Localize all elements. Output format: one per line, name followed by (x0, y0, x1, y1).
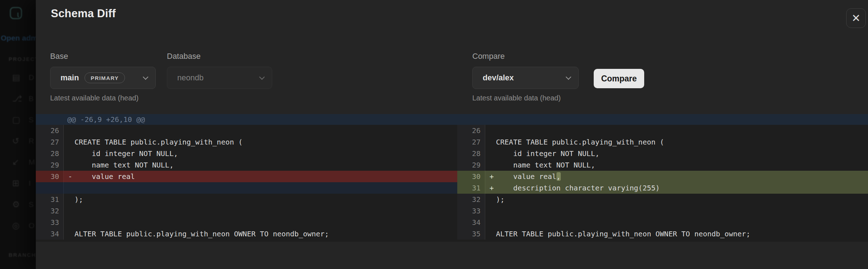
code-line (496, 125, 868, 136)
compare-head-hint: Latest available data (head) (472, 94, 561, 102)
diff-row: 26 (457, 125, 868, 136)
diff-marker (485, 148, 496, 159)
diff-row (36, 182, 457, 194)
database-label: Database (167, 52, 201, 61)
diff-marker (485, 217, 496, 228)
code-line: value real, (496, 171, 868, 182)
code-line: ); (496, 194, 868, 205)
schema-diff-viewer: @@ -26,9 +26,10 @@ 2627CREATE TABLE publ… (36, 114, 868, 242)
diff-row: 30- value real (36, 171, 457, 182)
diff-marker (64, 205, 74, 217)
close-icon: ✕ (852, 12, 860, 24)
line-number: 30 (36, 171, 64, 182)
modal-overlay (0, 0, 36, 269)
line-number: 28 (36, 148, 64, 159)
diff-row: 33 (36, 217, 457, 228)
diff-row: 31); (36, 194, 457, 205)
word-diff-highlight: , (556, 172, 561, 181)
chevron-down-icon (566, 74, 572, 80)
code-line (496, 205, 868, 217)
code-line: ALTER TABLE public.playing_with_neon OWN… (496, 228, 868, 240)
line-number: 33 (457, 205, 485, 217)
code-line: id integer NOT NULL, (496, 148, 868, 159)
diff-marker: + (485, 171, 496, 182)
compare-button[interactable]: Compare (594, 69, 644, 88)
code-line (74, 217, 457, 228)
line-number: 35 (457, 228, 485, 240)
code-line (74, 125, 457, 136)
code-line: id integer NOT NULL, (74, 148, 457, 159)
diff-row: 27CREATE TABLE public.playing_with_neon … (457, 136, 868, 148)
diff-marker (485, 194, 496, 205)
code-line: CREATE TABLE public.playing_with_neon ( (496, 136, 868, 148)
diff-row: 29 name text NOT NULL, (36, 159, 457, 171)
base-branch-select[interactable]: main PRIMARY (50, 67, 156, 89)
app-sidebar: Open adm PROJECT ▤D⎇B▢S↺R↙M⊞I⚙S◎O BRANCH (0, 0, 36, 269)
diff-row: 34 (457, 217, 868, 228)
diff-marker: + (485, 182, 496, 194)
diff-marker (64, 217, 74, 228)
line-number: 29 (457, 159, 485, 171)
database-value: neondb (177, 73, 203, 82)
line-number (36, 182, 64, 194)
line-number: 31 (457, 182, 485, 194)
line-number: 28 (457, 148, 485, 159)
line-number: 30 (457, 171, 485, 182)
schema-diff-modal: Schema Diff ✕ Base Database Compare main… (36, 0, 868, 269)
chevron-down-icon (143, 74, 149, 80)
base-label: Base (50, 52, 68, 61)
database-select[interactable]: neondb (167, 67, 272, 89)
compare-branch-value: dev/alex (483, 73, 514, 82)
diff-marker (64, 228, 74, 240)
code-line: CREATE TABLE public.playing_with_neon ( (74, 136, 457, 148)
diff-marker (485, 159, 496, 171)
diff-row: 32 (36, 205, 457, 217)
line-number: 34 (36, 228, 64, 240)
diff-marker (64, 125, 74, 136)
hunk-header: @@ -26,9 +26,10 @@ (36, 114, 868, 125)
diff-row: 32); (457, 194, 868, 205)
compare-label: Compare (472, 52, 505, 61)
code-line: description character varying(255) (496, 182, 868, 194)
chevron-down-icon (259, 74, 265, 80)
base-branch-value: main (61, 73, 79, 82)
diff-row: 27CREATE TABLE public.playing_with_neon … (36, 136, 457, 148)
diff-marker (485, 228, 496, 240)
diff-marker (485, 125, 496, 136)
diff-marker (64, 136, 74, 148)
diff-right-pane[interactable]: 2627CREATE TABLE public.playing_with_neo… (457, 125, 868, 242)
line-number: 26 (457, 125, 485, 136)
modal-title: Schema Diff (51, 7, 116, 20)
diff-row: 28 id integer NOT NULL, (457, 148, 868, 159)
code-line: ); (74, 194, 457, 205)
line-number: 32 (457, 194, 485, 205)
diff-marker (64, 182, 74, 194)
line-number: 27 (36, 136, 64, 148)
diff-marker (64, 194, 74, 205)
compare-branch-select[interactable]: dev/alex (472, 67, 579, 89)
primary-badge: PRIMARY (85, 72, 125, 83)
diff-row: 33 (457, 205, 868, 217)
base-head-hint: Latest available data (head) (50, 94, 139, 102)
diff-marker (64, 159, 74, 171)
diff-marker (485, 136, 496, 148)
line-number: 33 (36, 217, 64, 228)
line-number: 29 (36, 159, 64, 171)
diff-left-pane[interactable]: 2627CREATE TABLE public.playing_with_neo… (36, 125, 457, 242)
diff-row: 29 name text NOT NULL, (457, 159, 868, 171)
line-number: 31 (36, 194, 64, 205)
code-line: name text NOT NULL, (74, 159, 457, 171)
diff-marker (485, 205, 496, 217)
diff-marker (64, 148, 74, 159)
code-line: ALTER TABLE public.playing_with_neon OWN… (74, 228, 457, 240)
diff-row: 35ALTER TABLE public.playing_with_neon O… (457, 228, 868, 240)
code-line (74, 182, 457, 194)
diff-row: 31+ description character varying(255) (457, 182, 868, 194)
line-number: 32 (36, 205, 64, 217)
code-line: name text NOT NULL, (496, 159, 868, 171)
code-line (496, 217, 868, 228)
code-line (74, 205, 457, 217)
diff-row: 30+ value real, (457, 171, 868, 182)
diff-row: 34ALTER TABLE public.playing_with_neon O… (36, 228, 457, 240)
close-button[interactable]: ✕ (846, 8, 866, 28)
